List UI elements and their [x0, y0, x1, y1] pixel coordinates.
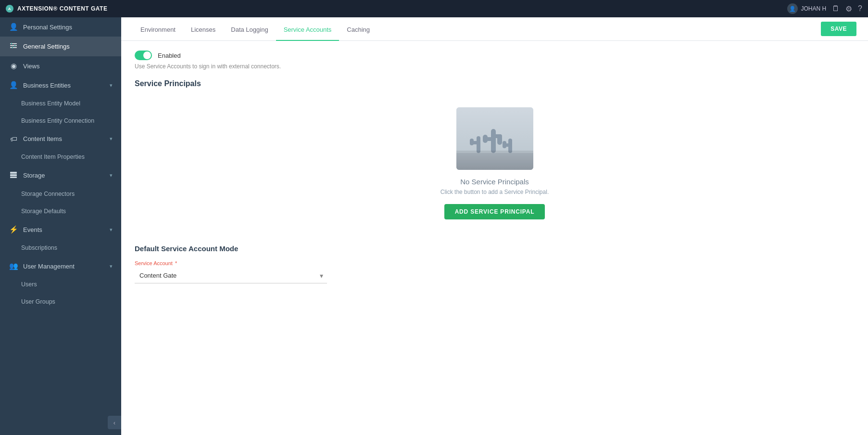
app-title: AXTENSION® CONTENT GATE [17, 5, 107, 12]
tab-caching[interactable]: Caching [339, 17, 377, 41]
svg-rect-6 [10, 172, 17, 174]
sidebar-item-storage-defaults[interactable]: Storage Defaults [0, 203, 121, 220]
sidebar-item-business-entity-model[interactable]: Business Entity Model [0, 95, 121, 112]
tabs-bar: Environment Licenses Data Logging Servic… [121, 17, 868, 41]
business-entities-icon: 👤 [9, 81, 18, 90]
sidebar: 👤 Personal Settings General Settings ◉ V… [0, 17, 121, 435]
svg-rect-11 [477, 136, 480, 153]
sidebar-label-events: Events [23, 226, 42, 233]
notifications-icon[interactable]: 🗒 [832, 4, 840, 13]
sidebar-item-views[interactable]: ◉ Views [0, 56, 121, 76]
sidebar-label-business-entity-model: Business Entity Model [21, 100, 80, 107]
sidebar-item-users[interactable]: Users [0, 276, 121, 293]
settings-icon[interactable]: ⚙ [845, 4, 852, 13]
content-items-chevron: ▾ [110, 136, 113, 142]
tab-service-accounts[interactable]: Service Accounts [276, 17, 340, 41]
required-indicator: * [175, 260, 177, 266]
svg-rect-10 [456, 153, 533, 170]
tab-data-logging[interactable]: Data Logging [223, 17, 276, 41]
sidebar-label-user-groups: User Groups [21, 298, 55, 305]
sidebar-label-personal-settings: Personal Settings [23, 24, 72, 31]
tab-licenses[interactable]: Licenses [183, 17, 223, 41]
sidebar-section-storage[interactable]: Storage ▾ [0, 166, 121, 185]
default-section-title: Default Service Account Mode [135, 244, 855, 253]
events-chevron: ▾ [110, 227, 113, 233]
sidebar-item-general-settings[interactable]: General Settings [0, 37, 121, 56]
sidebar-section-business-entities[interactable]: 👤 Business Entities ▾ [0, 76, 121, 95]
sidebar-label-storage: Storage [23, 172, 45, 179]
sidebar-label-views: Views [23, 63, 39, 70]
sidebar-item-storage-connectors[interactable]: Storage Connectors [0, 185, 121, 203]
svg-rect-13 [470, 139, 474, 145]
sidebar-label-general-settings: General Settings [23, 43, 70, 50]
collapse-icon: ‹ [113, 419, 115, 426]
sidebar-item-business-entity-connection[interactable]: Business Entity Connection [0, 112, 121, 129]
add-service-principal-button[interactable]: ADD SERVICE PRINCIPAL [444, 204, 545, 219]
empty-title: No Service Principals [460, 178, 529, 186]
default-service-account-section: Default Service Account Mode Service Acc… [135, 244, 855, 283]
user-avatar: 👤 [787, 3, 798, 14]
service-account-select-wrapper: Content Gate [135, 268, 327, 283]
sidebar-label-storage-defaults: Storage Defaults [21, 208, 66, 215]
svg-rect-21 [503, 141, 506, 148]
topbar-right: 👤 JOHAN H 🗒 ⚙ ? [787, 3, 862, 14]
content-area: Enabled Use Service Accounts to sign in … [121, 41, 868, 435]
sidebar-label-user-management: User Management [23, 263, 75, 270]
sidebar-item-user-groups[interactable]: User Groups [0, 293, 121, 310]
service-account-label: Service Account * [135, 260, 855, 266]
views-icon: ◉ [9, 62, 18, 70]
personal-settings-icon: 👤 [9, 23, 18, 31]
sidebar-item-personal-settings[interactable]: 👤 Personal Settings [0, 17, 121, 37]
layout: 👤 Personal Settings General Settings ◉ V… [0, 17, 868, 435]
topbar: A AXTENSION® CONTENT GATE 👤 JOHAN H 🗒 ⚙ … [0, 0, 868, 17]
user-menu[interactable]: 👤 JOHAN H [787, 3, 826, 14]
sidebar-label-storage-connectors: Storage Connectors [21, 191, 75, 197]
svg-rect-16 [483, 135, 488, 143]
sidebar-collapse-button[interactable]: ‹ [108, 416, 121, 429]
empty-state: No Service Principals Click the button t… [423, 98, 567, 229]
user-name: JOHAN H [801, 5, 826, 12]
app-logo: A [6, 5, 13, 13]
help-icon[interactable]: ? [858, 4, 862, 13]
tab-environment[interactable]: Environment [133, 17, 183, 41]
sidebar-label-content-item-properties: Content Item Properties [21, 154, 85, 160]
empty-state-image [456, 107, 533, 170]
enabled-label: Enabled [158, 52, 181, 59]
main-content: Environment Licenses Data Logging Servic… [121, 17, 868, 435]
content-items-icon: 🏷 [9, 135, 18, 143]
sidebar-section-content-items[interactable]: 🏷 Content Items ▾ [0, 129, 121, 148]
sidebar-section-events[interactable]: ⚡ Events ▾ [0, 220, 121, 239]
sidebar-item-content-item-properties[interactable]: Content Item Properties [0, 148, 121, 166]
svg-rect-2 [10, 47, 17, 48]
general-settings-icon [9, 42, 18, 51]
service-account-select[interactable]: Content Gate [135, 268, 327, 283]
business-entities-chevron: ▾ [110, 82, 113, 89]
user-management-chevron: ▾ [110, 263, 113, 269]
svg-rect-7 [10, 174, 17, 176]
storage-icon [9, 171, 18, 180]
tabs-list: Environment Licenses Data Logging Servic… [133, 17, 377, 40]
svg-rect-4 [14, 45, 15, 47]
svg-rect-3 [11, 43, 12, 45]
svg-rect-1 [10, 45, 17, 46]
sidebar-item-subscriptions[interactable]: Subscriptions [0, 239, 121, 256]
service-principals-title: Service Principals [135, 79, 855, 88]
sidebar-section-user-management[interactable]: 👥 User Management ▾ [0, 256, 121, 276]
save-button[interactable]: SAVE [821, 22, 856, 36]
storage-chevron: ▾ [110, 172, 113, 179]
toggle-description: Use Service Accounts to sign in with ext… [135, 63, 855, 70]
enabled-toggle-row: Enabled [135, 51, 855, 60]
events-icon: ⚡ [9, 225, 18, 234]
sidebar-label-business-entities: Business Entities [23, 82, 71, 89]
empty-desc: Click the button to add a Service Princi… [440, 189, 549, 195]
sidebar-label-users: Users [21, 281, 37, 288]
app-brand: A AXTENSION® CONTENT GATE [6, 5, 107, 13]
svg-rect-5 [12, 47, 13, 49]
sidebar-label-content-items: Content Items [23, 135, 62, 142]
enabled-toggle[interactable] [135, 51, 152, 60]
sidebar-spacer [0, 310, 121, 435]
svg-rect-18 [493, 134, 502, 138]
svg-rect-8 [10, 177, 17, 178]
sidebar-label-business-entity-connection: Business Entity Connection [21, 117, 94, 124]
sidebar-label-subscriptions: Subscriptions [21, 244, 57, 251]
